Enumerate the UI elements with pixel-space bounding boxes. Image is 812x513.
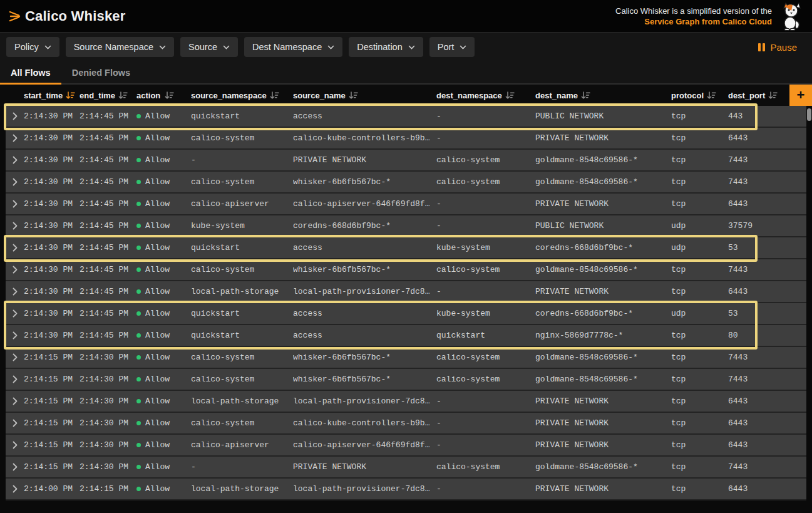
table-row[interactable]: 2:14:15 PM 2:14:30 PM Allow local-path-s… [6,391,806,413]
cell-start-time: 2:14:30 PM [24,177,80,187]
top-bar: Calico Whisker Calico Whisker is a simpl… [0,0,812,33]
table-row[interactable]: 2:14:30 PM 2:14:45 PM Allow calico-syste… [6,259,806,281]
cell-end-time: 2:14:45 PM [80,221,136,231]
cell-dest-name: PRIVATE NETWORK [535,418,671,428]
filter-source-namespace-dropdown[interactable]: Source Namespace [66,37,174,57]
expand-chevron-icon[interactable] [13,200,18,208]
cell-start-time: 2:14:15 PM [24,396,80,406]
sort-icon [165,91,174,100]
expand-chevron-icon[interactable] [13,178,18,186]
filter-policy-dropdown[interactable]: Policy [6,37,59,57]
cell-action: Allow [136,375,191,384]
table-row[interactable]: 2:14:30 PM 2:14:45 PM Allow - PRIVATE NE… [6,150,806,172]
cell-source-name: PRIVATE NETWORK [293,462,436,472]
table-row[interactable]: 2:14:15 PM 2:14:30 PM Allow calico-syste… [6,413,806,435]
cell-dest-namespace: - [436,199,535,209]
allow-status-dot [136,289,141,294]
table-row[interactable]: 2:14:30 PM 2:14:45 PM Allow quickstart a… [6,303,806,325]
table-row[interactable]: 2:14:15 PM 2:14:30 PM Allow calico-syste… [6,369,806,391]
add-column-button[interactable]: + [789,85,812,106]
column-header-source-name[interactable]: source_name [293,91,436,100]
cell-dest-namespace: kube-system [436,309,535,318]
table-row[interactable]: 2:14:30 PM 2:14:45 PM Allow calico-syste… [6,172,806,194]
cell-action: Allow [136,133,191,143]
table-row[interactable]: 2:14:15 PM 2:14:30 PM Allow - PRIVATE NE… [6,457,806,479]
expand-chevron-icon[interactable] [13,156,18,164]
cell-start-time: 2:14:30 PM [24,243,80,252]
cell-start-time: 2:14:30 PM [24,133,80,143]
cell-source-name: calico-kube-controllers-b9b… [293,133,436,143]
table-row[interactable]: 2:14:30 PM 2:14:45 PM Allow calico-apise… [6,194,806,215]
cell-source-name: whisker-6b6fb567bc-* [293,177,436,187]
table-row[interactable]: 2:14:30 PM 2:14:45 PM Allow quickstart a… [6,325,806,347]
filter-source-dropdown[interactable]: Source [180,37,238,57]
cell-dest-namespace: - [436,440,535,450]
cell-end-time: 2:14:45 PM [80,133,136,143]
chevron-down-icon [408,45,415,49]
expand-chevron-icon[interactable] [13,222,18,230]
filter-dest-namespace-dropdown[interactable]: Dest Namespace [244,37,342,57]
expand-chevron-icon[interactable] [13,266,18,274]
table-row[interactable]: 2:14:15 PM 2:14:30 PM Allow calico-syste… [6,347,806,369]
column-header-protocol[interactable]: protocol [671,91,728,100]
cell-source-name: local-path-provisioner-7dc8… [293,484,436,494]
table-row[interactable]: 2:14:30 PM 2:14:45 PM Allow local-path-s… [6,281,806,303]
sort-icon [768,91,778,100]
expand-chevron-icon[interactable] [13,353,18,361]
whisker-logo-icon [8,8,23,25]
table-row[interactable]: 2:14:00 PM 2:14:15 PM Allow local-path-s… [6,479,806,500]
expand-chevron-icon[interactable] [13,441,18,449]
cell-source-namespace: calico-system [191,177,293,187]
column-header-source-namespace[interactable]: source_namespace [191,91,293,100]
expand-chevron-icon[interactable] [13,331,18,339]
expand-chevron-icon[interactable] [13,288,18,296]
allow-status-dot [136,267,141,272]
vertical-scrollbar-thumb[interactable] [807,108,811,121]
expand-chevron-icon[interactable] [13,112,18,120]
service-graph-link[interactable]: Service Graph from Calico Cloud [615,16,772,27]
expand-chevron-icon[interactable] [13,397,18,405]
pause-button[interactable]: Pause [758,42,797,53]
cell-dest-namespace: - [436,221,535,231]
allow-status-dot [136,465,141,469]
cell-source-name: local-path-provisioner-7dc8… [293,396,436,406]
column-header-start-time[interactable]: start_time [24,91,80,100]
column-header-dest-namespace[interactable]: dest_namespace [436,91,535,100]
allow-status-dot [136,180,141,184]
table-row[interactable]: 2:14:15 PM 2:14:30 PM Allow calico-apise… [6,435,806,457]
cell-protocol: tcp [671,287,728,296]
table-row[interactable]: 2:14:30 PM 2:14:45 PM Allow quickstart a… [6,106,806,128]
cell-end-time: 2:14:30 PM [80,418,136,428]
table-row[interactable]: 2:14:30 PM 2:14:45 PM Allow kube-system … [6,215,806,237]
cell-source-name: PRIVATE NETWORK [293,155,436,165]
expand-chevron-icon[interactable] [13,375,18,383]
expand-chevron-icon[interactable] [13,309,18,318]
expand-chevron-icon[interactable] [13,419,18,427]
column-header-action[interactable]: action [136,91,191,100]
tab-all-flows[interactable]: All Flows [0,61,61,83]
table-row[interactable]: 2:14:30 PM 2:14:45 PM Allow quickstart a… [6,237,806,259]
cell-dest-port: 7443 [728,155,801,165]
expand-chevron-icon[interactable] [13,244,18,252]
cell-dest-namespace: - [436,287,535,296]
filter-port-dropdown[interactable]: Port [429,37,475,57]
cell-action: Allow [136,265,191,274]
allow-status-dot [136,421,141,425]
expand-chevron-icon[interactable] [13,485,18,493]
cell-dest-port: 7443 [728,177,801,187]
cell-action: Allow [136,287,191,296]
cell-dest-name: goldmane-8548c69586-* [535,462,671,472]
column-header-end-time[interactable]: end_time [80,91,136,100]
table-header: start_time end_time action source_namesp… [0,85,812,106]
cell-end-time: 2:14:30 PM [80,440,136,450]
cell-dest-port: 80 [728,331,801,340]
cell-end-time: 2:14:30 PM [80,396,136,406]
filter-destination-dropdown[interactable]: Destination [349,37,423,57]
tab-denied-flows[interactable]: Denied Flows [61,61,141,83]
expand-chevron-icon[interactable] [13,463,18,471]
table-row[interactable]: 2:14:30 PM 2:14:45 PM Allow calico-syste… [6,128,806,150]
expand-chevron-icon[interactable] [13,134,18,142]
cell-dest-name: goldmane-8548c69586-* [535,155,671,165]
column-header-dest-name[interactable]: dest_name [535,91,671,100]
cell-dest-namespace: calico-system [436,353,535,362]
